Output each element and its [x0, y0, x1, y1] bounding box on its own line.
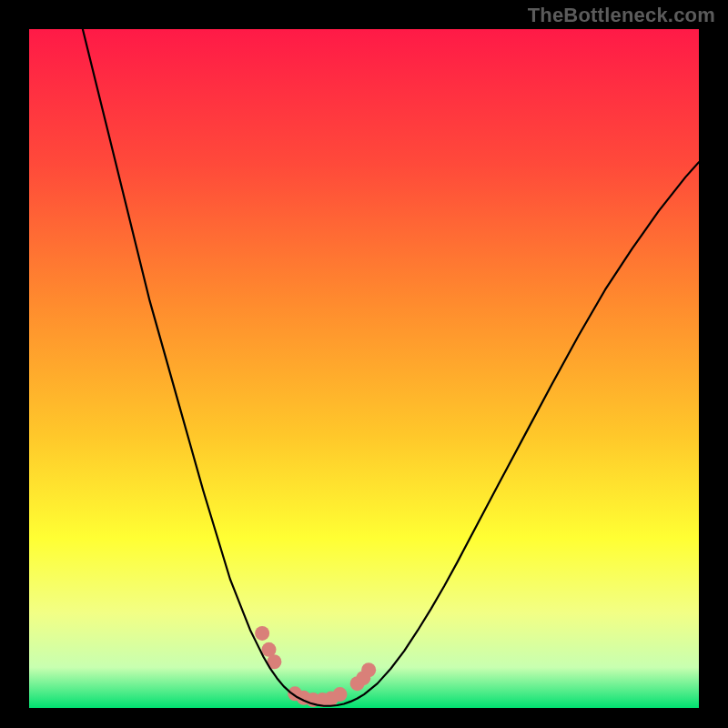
marker-dots-group — [255, 626, 376, 707]
watermark-text: TheBottleneck.com — [528, 4, 715, 27]
plot-area — [29, 29, 699, 708]
marker-dot — [255, 626, 269, 641]
bottleneck-curve — [83, 29, 699, 706]
curve-layer — [29, 29, 699, 708]
marker-dot — [333, 687, 348, 702]
marker-dot — [361, 662, 376, 677]
outer-frame: TheBottleneck.com — [0, 0, 728, 728]
